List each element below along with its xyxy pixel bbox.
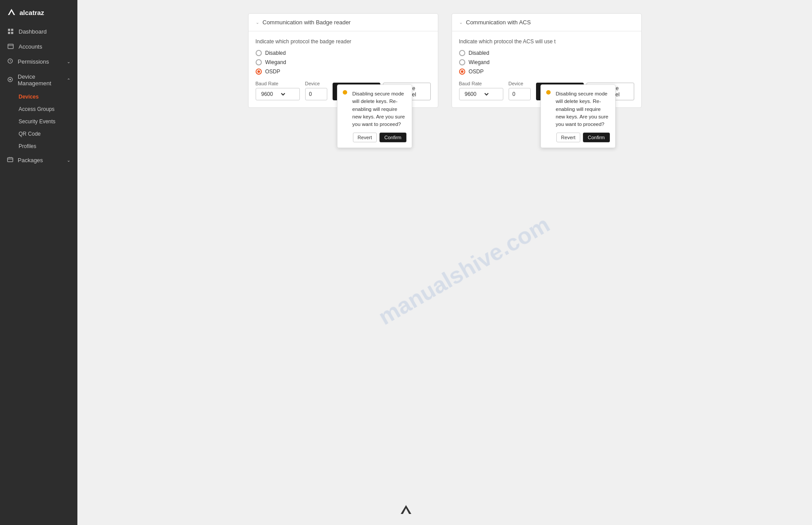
badge-reader-panel-header: ⌄ Communication with Badge reader — [249, 14, 438, 31]
svg-point-10 — [9, 79, 11, 80]
acs-warning-dot-icon — [546, 90, 551, 95]
sidebar-label-dashboard: Dashboard — [19, 28, 47, 35]
acs-baud-select[interactable]: 9600 19200 38400 115200 — [463, 91, 490, 98]
badge-reader-baud-select[interactable]: 9600 19200 38400 115200 — [260, 91, 287, 98]
sidebar-label-accounts: Accounts — [19, 43, 42, 50]
packages-chevron-down-icon: ⌄ — [67, 158, 70, 163]
sidebar-logo: alcatraz — [0, 0, 77, 24]
acs-baud-label: Baud Rate — [459, 81, 503, 86]
alcatraz-logo-icon — [7, 8, 16, 17]
sidebar-item-dashboard[interactable]: Dashboard — [0, 24, 77, 39]
sidebar-subitem-profiles[interactable]: Profiles — [0, 140, 77, 152]
badge-reader-option-disabled[interactable]: Disabled — [256, 50, 431, 56]
sidebar-label-permissions: Permissions — [18, 58, 49, 65]
device-management-subitems: Devices Access Groups Security Events QR… — [0, 91, 77, 152]
acs-tooltip-popup: Disabling secure mode will delete keys. … — [540, 84, 616, 148]
badge-reader-radio-wiegand — [256, 59, 262, 65]
accounts-icon — [7, 43, 14, 50]
acs-device-group: Device — [509, 81, 531, 100]
badge-reader-confirm-btn[interactable]: Confirm — [379, 133, 406, 142]
sidebar-navigation: Dashboard Accounts Permissions ⌄ — [0, 24, 77, 507]
sidebar-subitem-devices[interactable]: Devices — [0, 91, 77, 103]
acs-radio-wiegand — [459, 59, 465, 65]
svg-rect-2 — [8, 29, 10, 31]
sidebar-label-device-management: Device Management — [18, 73, 62, 87]
main-content: ⌄ Communication with Badge reader Indica… — [77, 0, 812, 525]
badge-reader-panel: ⌄ Communication with Badge reader Indica… — [248, 13, 438, 108]
acs-device-field[interactable] — [513, 91, 530, 97]
badge-reader-radio-disabled — [256, 50, 262, 56]
acs-tooltip-text: Disabling secure mode will delete keys. … — [556, 90, 610, 128]
badge-reader-device-label: Device — [305, 81, 327, 86]
badge-reader-option-osdp[interactable]: OSDP — [256, 68, 431, 75]
acs-device-input[interactable] — [509, 88, 531, 100]
permissions-icon — [7, 58, 13, 65]
acs-protocol-label: Indicate which protocol the ACS will use… — [459, 38, 634, 45]
sidebar-label-packages: Packages — [18, 157, 43, 164]
badge-reader-protocol-label: Indicate which protocol the badge reader — [256, 38, 431, 45]
sidebar-footer — [0, 507, 77, 525]
badge-reader-title: Communication with Badge reader — [263, 19, 351, 26]
logo-text: alcatraz — [19, 9, 44, 16]
dashboard-icon — [7, 28, 14, 35]
acs-radio-osdp — [459, 68, 465, 75]
sidebar-subitem-access-groups[interactable]: Access Groups — [0, 103, 77, 115]
acs-collapse-icon[interactable]: ⌄ — [459, 20, 463, 25]
badge-reader-device-field[interactable] — [309, 91, 327, 97]
acs-panel: ⌄ Communication with ACS Indicate which … — [452, 13, 642, 108]
acs-panel-header: ⌄ Communication with ACS — [452, 14, 641, 31]
acs-option-disabled[interactable]: Disabled — [459, 50, 634, 56]
sidebar-item-permissions[interactable]: Permissions ⌄ — [0, 54, 77, 69]
acs-tooltip-actions: Revert Confirm — [546, 133, 610, 142]
device-management-icon — [7, 76, 13, 84]
acs-radio-disabled — [459, 50, 465, 56]
sidebar-subitem-security-events[interactable]: Security Events — [0, 115, 77, 128]
footer-alcatraz-icon — [400, 504, 412, 515]
badge-reader-baud-label: Baud Rate — [256, 81, 300, 86]
badge-reader-radio-group: Disabled Wiegand OSDP — [256, 50, 431, 75]
badge-reader-tooltip-header: Disabling secure mode will delete keys. … — [343, 90, 406, 128]
acs-confirm-btn[interactable]: Confirm — [583, 133, 610, 142]
acs-baud-input[interactable]: 9600 19200 38400 115200 — [459, 88, 503, 100]
chevron-up-icon: ⌃ — [67, 78, 70, 83]
acs-revert-btn[interactable]: Revert — [556, 133, 580, 142]
badge-reader-collapse-icon[interactable]: ⌄ — [256, 20, 259, 25]
svg-rect-4 — [8, 32, 10, 34]
acs-option-osdp[interactable]: OSDP — [459, 68, 634, 75]
svg-rect-3 — [11, 29, 13, 31]
badge-reader-option-wiegand[interactable]: Wiegand — [256, 59, 431, 65]
badge-reader-tooltip-text: Disabling secure mode will delete keys. … — [352, 90, 406, 128]
badge-reader-tooltip-actions: Revert Confirm — [343, 133, 406, 142]
badge-reader-baud-group: Baud Rate 9600 19200 38400 115200 — [256, 81, 300, 100]
sidebar-subitem-qr-code[interactable]: QR Code — [0, 128, 77, 140]
sidebar-item-packages[interactable]: Packages ⌄ — [0, 152, 77, 168]
svg-rect-11 — [8, 158, 13, 162]
acs-option-wiegand[interactable]: Wiegand — [459, 59, 634, 65]
sidebar-item-device-management[interactable]: Device Management ⌃ — [0, 69, 77, 91]
acs-baud-group: Baud Rate 9600 19200 38400 115200 — [459, 81, 503, 100]
badge-reader-warning-dot-icon — [343, 90, 347, 95]
svg-rect-5 — [11, 32, 13, 34]
svg-rect-6 — [8, 44, 13, 49]
sidebar-item-accounts[interactable]: Accounts — [0, 39, 77, 54]
acs-title: Communication with ACS — [466, 19, 531, 26]
acs-device-label: Device — [509, 81, 531, 86]
chevron-down-icon: ⌄ — [67, 59, 70, 64]
acs-tooltip-header: Disabling secure mode will delete keys. … — [546, 90, 610, 128]
sidebar: alcatraz Dashboard Accoun — [0, 0, 77, 525]
badge-reader-device-input[interactable] — [305, 88, 327, 100]
badge-reader-baud-input[interactable]: 9600 19200 38400 115200 — [256, 88, 300, 100]
packages-icon — [7, 156, 13, 164]
badge-reader-revert-btn[interactable]: Revert — [353, 133, 377, 142]
badge-reader-radio-osdp — [256, 68, 262, 75]
footer-logo — [400, 504, 412, 516]
acs-radio-group: Disabled Wiegand OSDP — [459, 50, 634, 75]
badge-reader-device-group: Device — [305, 81, 327, 100]
badge-reader-tooltip-popup: Disabling secure mode will delete keys. … — [337, 84, 412, 148]
